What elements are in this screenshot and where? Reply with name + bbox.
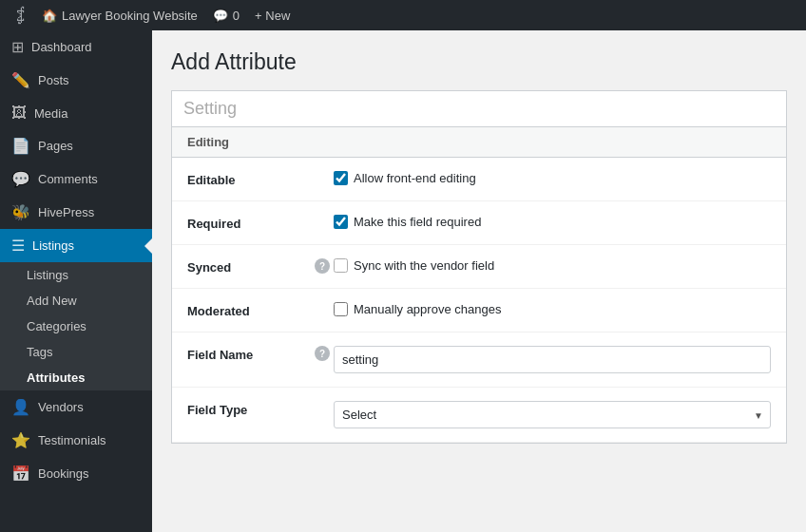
sidebar-item-posts[interactable]: ✏️ Posts bbox=[0, 64, 152, 97]
editable-checkbox[interactable] bbox=[334, 171, 348, 185]
moderated-control: Manually approve changes bbox=[334, 302, 771, 316]
sidebar-item-bookings[interactable]: 📅 Bookings bbox=[0, 457, 152, 490]
field-name-label: Field Name bbox=[187, 346, 311, 362]
synced-help[interactable]: ? bbox=[311, 258, 334, 274]
main-content: Add Attribute Editing Editable Allow fro… bbox=[152, 30, 806, 532]
sidebar-item-testimonials[interactable]: ⭐ Testimonials bbox=[0, 424, 152, 457]
editable-row: Editable Allow front-end editing bbox=[172, 158, 786, 201]
add-attribute-form: Editing Editable Allow front-end editing… bbox=[171, 90, 787, 444]
required-row: Required Make this field required bbox=[172, 201, 786, 245]
required-checkbox-label[interactable]: Make this field required bbox=[334, 215, 481, 229]
field-name-row: Field Name ? bbox=[172, 332, 786, 388]
page-title: Add Attribute bbox=[171, 49, 787, 75]
sidebar-submenu-listings: Listings Add New Categories Tags Attribu… bbox=[0, 262, 152, 390]
required-label: Required bbox=[187, 215, 311, 231]
moderated-label: Moderated bbox=[187, 302, 311, 318]
synced-checkbox[interactable] bbox=[334, 258, 348, 273]
sidebar-item-attributes[interactable]: Attributes bbox=[0, 365, 152, 390]
comment-icon: 💬 bbox=[213, 9, 228, 23]
sidebar-item-dashboard[interactable]: ⊞ Dashboard bbox=[0, 30, 152, 64]
comments-link[interactable]: 💬 0 bbox=[205, 0, 247, 30]
sidebar-item-vendors[interactable]: 👤 Vendors bbox=[0, 390, 152, 424]
moderated-checkbox-label[interactable]: Manually approve changes bbox=[334, 302, 501, 316]
sidebar-item-media[interactable]: 🖼 Media bbox=[0, 97, 152, 129]
sidebar-item-tags[interactable]: Tags bbox=[0, 339, 152, 365]
sidebar-item-listings[interactable]: ☰ Listings bbox=[0, 229, 152, 262]
hivepress-icon: 🐝 bbox=[11, 203, 30, 221]
vendors-icon: 👤 bbox=[11, 398, 30, 416]
synced-control: Sync with the vendor field bbox=[334, 258, 771, 273]
editable-checkbox-label[interactable]: Allow front-end editing bbox=[334, 171, 476, 185]
field-name-input[interactable] bbox=[334, 346, 771, 373]
pages-icon: 📄 bbox=[11, 137, 30, 155]
required-control: Make this field required bbox=[334, 215, 771, 229]
sidebar-item-categories[interactable]: Categories bbox=[0, 314, 152, 339]
sidebar: ⊞ Dashboard ✏️ Posts 🖼 Media 📄 Pages 💬 C… bbox=[0, 30, 152, 532]
field-type-label: Field Type bbox=[187, 401, 311, 417]
synced-row: Synced ? Sync with the vendor field bbox=[172, 245, 786, 289]
editing-section-header: Editing bbox=[172, 127, 786, 158]
editable-label: Editable bbox=[187, 171, 311, 187]
home-icon: 🏠 bbox=[42, 9, 57, 23]
top-bar: ⨋ 🏠 Lawyer Booking Website 💬 0 + New bbox=[0, 0, 806, 30]
sidebar-item-hivepress[interactable]: 🐝 HivePress bbox=[0, 196, 152, 229]
testimonials-icon: ⭐ bbox=[11, 431, 30, 449]
comments-icon: 💬 bbox=[11, 170, 30, 188]
sidebar-item-listings-sub[interactable]: Listings bbox=[0, 262, 152, 288]
media-icon: 🖼 bbox=[11, 104, 27, 122]
site-name[interactable]: 🏠 Lawyer Booking Website bbox=[34, 0, 205, 30]
listings-arrow bbox=[144, 238, 152, 254]
layout: ⊞ Dashboard ✏️ Posts 🖼 Media 📄 Pages 💬 C… bbox=[0, 30, 806, 532]
field-type-row: Field Type Select Text Textarea Number D… bbox=[172, 388, 786, 443]
bookings-icon: 📅 bbox=[11, 465, 30, 483]
field-type-select[interactable]: Select Text Textarea Number Date Checkbo… bbox=[334, 401, 771, 428]
sidebar-item-pages[interactable]: 📄 Pages bbox=[0, 129, 152, 162]
required-checkbox[interactable] bbox=[334, 215, 348, 229]
field-type-select-wrapper: Select Text Textarea Number Date Checkbo… bbox=[334, 401, 771, 428]
listings-icon: ☰ bbox=[11, 237, 25, 255]
dashboard-icon: ⊞ bbox=[11, 38, 24, 56]
sidebar-item-add-new[interactable]: Add New bbox=[0, 288, 152, 314]
setting-name-input[interactable] bbox=[172, 91, 786, 127]
field-type-control: Select Text Textarea Number Date Checkbo… bbox=[334, 401, 771, 428]
synced-checkbox-label[interactable]: Sync with the vendor field bbox=[334, 258, 494, 273]
editable-control: Allow front-end editing bbox=[334, 171, 771, 185]
moderated-checkbox[interactable] bbox=[334, 302, 348, 316]
synced-label: Synced bbox=[187, 258, 311, 275]
new-link[interactable]: + New bbox=[247, 0, 297, 30]
synced-help-icon[interactable]: ? bbox=[315, 258, 330, 274]
posts-icon: ✏️ bbox=[11, 71, 30, 89]
field-name-control bbox=[334, 346, 771, 373]
moderated-row: Moderated Manually approve changes bbox=[172, 289, 786, 332]
sidebar-item-comments[interactable]: 💬 Comments bbox=[0, 162, 152, 196]
field-name-help-icon[interactable]: ? bbox=[315, 346, 330, 361]
wp-logo[interactable]: ⨋ bbox=[8, 0, 34, 30]
field-name-help[interactable]: ? bbox=[311, 346, 334, 361]
